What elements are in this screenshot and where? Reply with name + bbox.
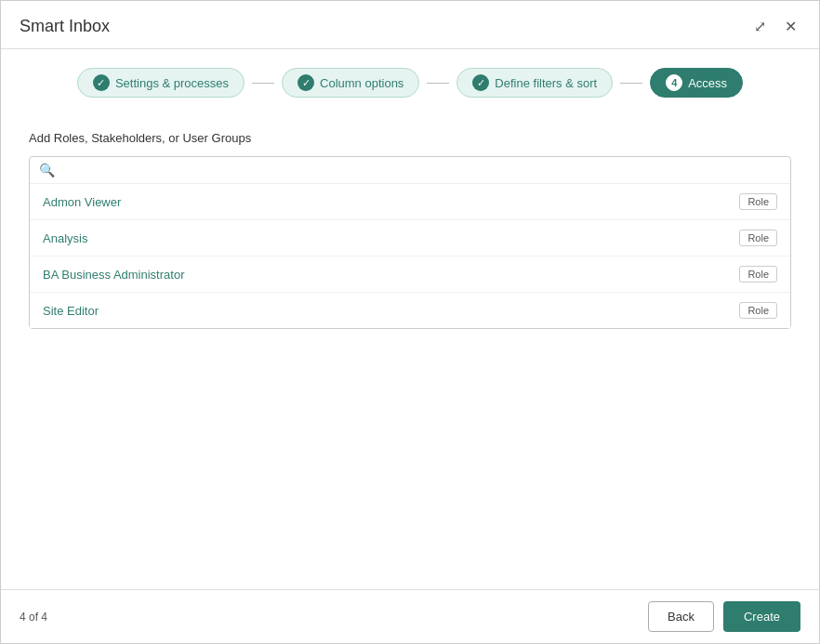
- step-check-icon: ✓: [93, 74, 110, 91]
- footer-info: 4 of 4: [20, 611, 47, 624]
- role-list: Admon Viewer Role Analysis Role BA Busin…: [30, 184, 790, 328]
- table-row: Admon Viewer Role: [30, 184, 790, 220]
- step-column-label: Column options: [320, 76, 403, 90]
- expand-icon: ⤢: [754, 18, 766, 35]
- header-actions: ⤢ ✕: [750, 16, 800, 37]
- table-row: BA Business Administrator Role: [30, 256, 790, 293]
- search-box: 🔍 Admon Viewer Role Analysis Role BA Bus…: [29, 156, 791, 329]
- role-badge-admon: Role: [739, 193, 777, 210]
- step-connector-3: [620, 83, 642, 84]
- table-row: Analysis Role: [30, 220, 790, 256]
- role-name-admon[interactable]: Admon Viewer: [43, 195, 121, 209]
- expand-button[interactable]: ⤢: [750, 16, 770, 37]
- step-access[interactable]: 4 Access: [650, 68, 743, 98]
- step-column[interactable]: ✓ Column options: [282, 68, 419, 98]
- search-input-row: 🔍: [30, 157, 790, 184]
- step-filters[interactable]: ✓ Define filters & sort: [456, 68, 613, 98]
- step-check-icon-3: ✓: [472, 74, 489, 91]
- role-badge-site: Role: [739, 302, 777, 319]
- step-check-icon-2: ✓: [298, 74, 314, 91]
- role-name-site[interactable]: Site Editor: [43, 304, 99, 318]
- footer-actions: Back Create: [648, 601, 800, 632]
- search-input[interactable]: [60, 164, 781, 177]
- role-badge-ba: Role: [739, 266, 777, 283]
- back-button[interactable]: Back: [648, 601, 714, 632]
- step-filters-label: Define filters & sort: [495, 76, 597, 90]
- search-icon: 🔍: [39, 163, 55, 177]
- modal-title: Smart Inbox: [20, 17, 110, 36]
- modal-header: Smart Inbox ⤢ ✕: [1, 1, 819, 49]
- table-row: Site Editor Role: [30, 293, 790, 328]
- close-button[interactable]: ✕: [781, 16, 800, 37]
- step-settings-label: Settings & processes: [115, 76, 229, 90]
- role-name-ba[interactable]: BA Business Administrator: [43, 268, 184, 282]
- section-label: Add Roles, Stakeholders, or User Groups: [29, 131, 791, 145]
- step-connector-1: [252, 83, 274, 84]
- create-button[interactable]: Create: [723, 601, 800, 632]
- close-icon: ✕: [785, 18, 797, 35]
- modal-body: Add Roles, Stakeholders, or User Groups …: [1, 112, 819, 589]
- modal: Smart Inbox ⤢ ✕ ✓ Settings & processes ✓…: [0, 0, 820, 644]
- step-access-label: Access: [688, 76, 727, 90]
- step-connector-2: [427, 83, 449, 84]
- role-badge-analysis: Role: [739, 230, 777, 246]
- role-name-analysis[interactable]: Analysis: [43, 231, 87, 245]
- step-num-4: 4: [666, 74, 682, 91]
- modal-footer: 4 of 4 Back Create: [1, 589, 819, 643]
- step-settings[interactable]: ✓ Settings & processes: [77, 68, 245, 98]
- stepper: ✓ Settings & processes ✓ Column options …: [1, 49, 819, 112]
